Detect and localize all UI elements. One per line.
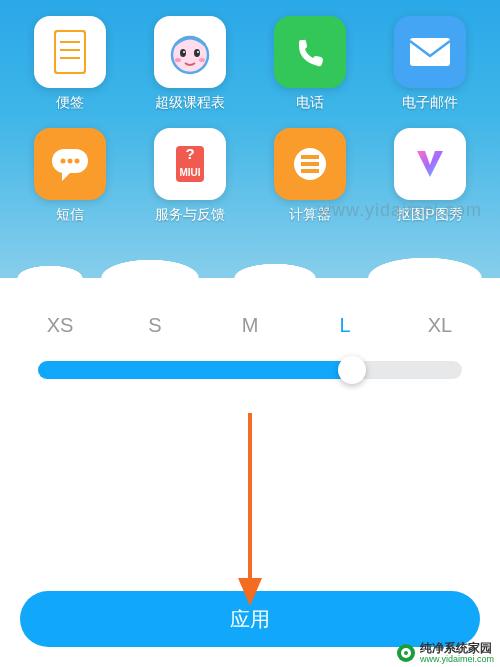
svg-rect-22 bbox=[301, 155, 319, 159]
svg-point-8 bbox=[183, 51, 185, 53]
app-label: 便签 bbox=[56, 94, 84, 112]
calc-icon bbox=[274, 128, 346, 200]
notes-icon bbox=[34, 16, 106, 88]
slider-thumb[interactable] bbox=[338, 356, 366, 384]
svg-point-10 bbox=[175, 58, 181, 62]
svg-rect-4 bbox=[60, 57, 80, 59]
svg-point-16 bbox=[75, 159, 80, 164]
svg-point-15 bbox=[68, 159, 73, 164]
app-label: 电子邮件 bbox=[402, 94, 458, 112]
svg-text:MIUI: MIUI bbox=[179, 167, 200, 178]
svg-point-7 bbox=[194, 49, 200, 57]
svg-rect-3 bbox=[60, 49, 80, 51]
app-ptu[interactable]: 抠图P图秀 bbox=[370, 120, 490, 232]
svg-rect-1 bbox=[56, 32, 84, 72]
app-sms[interactable]: 短信 bbox=[10, 120, 130, 232]
svg-point-6 bbox=[180, 49, 186, 57]
clouds-decoration bbox=[0, 218, 500, 278]
size-slider[interactable] bbox=[20, 361, 480, 379]
face-icon bbox=[154, 16, 226, 88]
app-label: 超级课程表 bbox=[155, 94, 225, 112]
svg-rect-2 bbox=[60, 41, 80, 43]
home-preview: 便签 超级课程表 电话 电子邮件 短信 bbox=[0, 0, 500, 278]
apply-button[interactable]: 应用 bbox=[20, 591, 480, 647]
slider-fill bbox=[38, 361, 352, 379]
size-m[interactable]: M bbox=[230, 314, 270, 337]
svg-point-11 bbox=[199, 58, 205, 62]
ptu-icon bbox=[394, 128, 466, 200]
svg-rect-12 bbox=[410, 38, 450, 66]
app-phone[interactable]: 电话 bbox=[250, 8, 370, 120]
arrow-annotation bbox=[230, 408, 270, 608]
size-options: XS S M L XL bbox=[20, 314, 480, 337]
app-label: 电话 bbox=[296, 94, 324, 112]
svg-rect-21 bbox=[301, 162, 319, 166]
app-notes[interactable]: 便签 bbox=[10, 8, 130, 120]
svg-rect-23 bbox=[301, 169, 319, 173]
app-grid: 便签 超级课程表 电话 电子邮件 短信 bbox=[0, 8, 500, 232]
app-feedback[interactable]: ?MIUI 服务与反馈 bbox=[130, 120, 250, 232]
miui-icon: ?MIUI bbox=[154, 128, 226, 200]
size-s[interactable]: S bbox=[135, 314, 175, 337]
size-panel: XS S M L XL 应用 bbox=[0, 278, 500, 667]
size-xs[interactable]: XS bbox=[40, 314, 80, 337]
app-timetable[interactable]: 超级课程表 bbox=[130, 8, 250, 120]
mail-icon bbox=[394, 16, 466, 88]
size-l[interactable]: L bbox=[325, 314, 365, 337]
svg-point-9 bbox=[197, 51, 199, 53]
svg-point-14 bbox=[61, 159, 66, 164]
sms-icon bbox=[34, 128, 106, 200]
svg-text:?: ? bbox=[185, 145, 194, 162]
app-email[interactable]: 电子邮件 bbox=[370, 8, 490, 120]
slider-track bbox=[38, 361, 462, 379]
app-calculator[interactable]: 计算器 bbox=[250, 120, 370, 232]
phone-icon bbox=[274, 16, 346, 88]
size-xl[interactable]: XL bbox=[420, 314, 460, 337]
